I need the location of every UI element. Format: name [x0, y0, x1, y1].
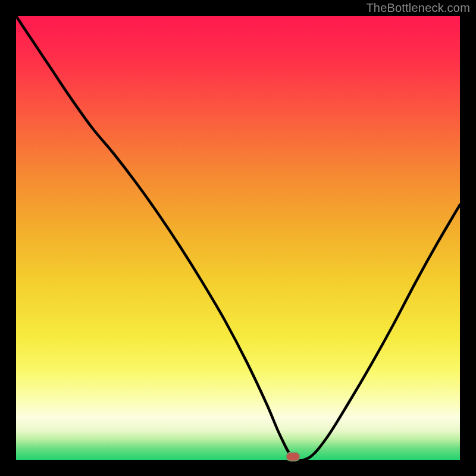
bottleneck-curve — [16, 16, 460, 460]
chart-frame: TheBottleneck.com — [0, 0, 476, 476]
plot-area — [16, 16, 460, 460]
attribution-text: TheBottleneck.com — [366, 1, 470, 15]
optimal-marker — [287, 453, 299, 461]
